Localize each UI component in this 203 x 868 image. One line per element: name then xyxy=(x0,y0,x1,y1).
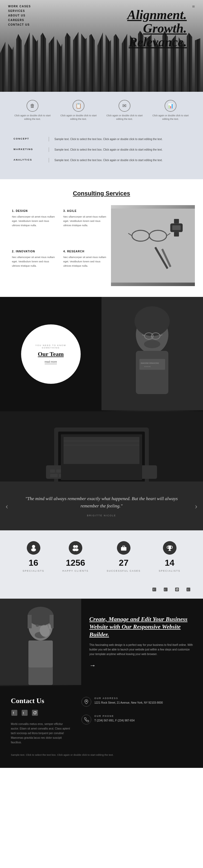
nav-services[interactable]: SERVICES xyxy=(8,9,31,12)
stat-icon-specialists xyxy=(27,541,40,555)
builder-arrow[interactable]: → xyxy=(89,662,195,669)
builder-title: Create, Manage and Edit Your Business We… xyxy=(89,615,195,639)
contact-instagram-icon xyxy=(32,710,38,716)
service-desc-marketing: Sample text. Click to select the text bo… xyxy=(54,147,189,152)
service-label-marketing: MARKETING xyxy=(14,147,43,151)
builder-person-placeholder xyxy=(0,599,81,686)
contact-phone-icon xyxy=(81,715,91,724)
nav-about-us[interactable]: ABOUT US xyxy=(8,14,31,17)
svg-rect-97 xyxy=(11,710,17,716)
contact-phone-label: OUR PHONE xyxy=(95,715,135,717)
stat-happy-clients: 1256 HAPPY CLIENTS xyxy=(62,541,88,572)
hero-line3: Relevance. xyxy=(127,35,187,49)
builder-svg xyxy=(0,599,81,685)
service-row-concept: CONCEPT Sample text. Click to select the… xyxy=(14,137,189,142)
person-icon xyxy=(30,545,37,551)
contact-phone-value: T (234) 567-891, F (234) 987-654 xyxy=(95,718,135,723)
icon-cell-3: ✉ Click again or double click to start e… xyxy=(104,100,144,121)
quote-section: ‹ "The mind will always remember exactly… xyxy=(0,482,203,530)
consulting-item-innovation: 2. INNOVATION Nec ullamcorper sit amet r… xyxy=(8,246,59,286)
svg-rect-101 xyxy=(32,710,38,716)
service-divider-1 xyxy=(49,137,49,142)
contact-address-icon xyxy=(81,697,91,707)
nav-contact-us[interactable]: CONTACT US xyxy=(8,23,31,26)
svg-rect-99 xyxy=(22,710,28,716)
team-small-label: YOU NEED TO KNOW SOMETHING xyxy=(27,344,75,349)
svg-point-63 xyxy=(32,545,35,548)
service-label-concept: CONCEPT xyxy=(14,137,43,140)
consulting-grid: 1. DESIGN Nec ullamcorper sit amet risus… xyxy=(8,205,195,286)
consulting-title: Consulting Services xyxy=(8,190,195,197)
svg-rect-21 xyxy=(139,359,165,370)
quote-arrow-left[interactable]: ‹ xyxy=(5,501,8,511)
contact-facebook[interactable]: f xyxy=(11,709,18,716)
contact-bottom-text: Sample text. Click to select the text bo… xyxy=(11,753,192,757)
social-row: f t t xyxy=(0,583,203,599)
icon-row: 🗑 Click again or double click to start e… xyxy=(0,92,203,129)
icon-clipboard: 📋 xyxy=(73,100,84,112)
quote-text: "The mind will always remember exactly w… xyxy=(23,495,180,509)
contact-twitter-icon: t xyxy=(22,710,28,716)
twitter-icon: t xyxy=(164,588,168,591)
contact-right: OUR ADDRESS 1221 Rock Street, 21 Avenue,… xyxy=(81,697,193,745)
service-row-analytics: ANALYTICS Sample text. Click to select t… xyxy=(14,158,189,162)
stat-number-specialists-2: 14 xyxy=(165,558,175,568)
svg-rect-80 xyxy=(186,588,190,591)
nav-work-cases[interactable]: WORK CASES xyxy=(8,5,31,8)
consulting-item-design-title: 1. DESIGN xyxy=(12,210,56,212)
stat-specialists: 16 SPECIALISTS xyxy=(23,541,44,572)
consulting-svg xyxy=(111,205,195,286)
icon-chart: 📊 xyxy=(164,100,176,112)
social-tumblr[interactable]: t xyxy=(185,586,192,593)
contact-address-content: OUR ADDRESS 1221 Rock Street, 21 Avenue,… xyxy=(95,697,163,705)
consulting-item-agile-desc: Nec ullamcorper sit amet risus nullam eg… xyxy=(64,215,107,227)
social-facebook[interactable]: f xyxy=(151,586,158,593)
contact-twitter[interactable]: t xyxy=(21,709,28,716)
team-person-svg: IMAGINE DRAGONS EVOLVE xyxy=(101,297,203,410)
stat-number-cases: 27 xyxy=(119,558,129,568)
icon-mail: ✉ xyxy=(119,100,130,112)
svg-point-66 xyxy=(75,545,78,548)
contact-instagram[interactable] xyxy=(31,709,39,716)
svg-rect-85 xyxy=(28,615,32,628)
builder-person-image xyxy=(0,599,81,686)
contact-phone-content: OUR PHONE T (234) 567-891, F (234) 987-6… xyxy=(95,715,135,723)
svg-text:IMAGINE DRAGONS: IMAGINE DRAGONS xyxy=(141,362,159,364)
quote-arrow-right[interactable]: › xyxy=(195,501,198,511)
svg-rect-11 xyxy=(174,232,179,237)
social-instagram[interactable] xyxy=(173,586,181,593)
instagram-icon xyxy=(175,588,179,591)
service-row-marketing: MARKETING Sample text. Click to select t… xyxy=(14,147,189,152)
contact-desc: Morbi convallis metus eros, semper effic… xyxy=(11,722,71,745)
services-section: CONCEPT Sample text. Click to select the… xyxy=(0,129,203,179)
service-divider-3 xyxy=(49,158,49,162)
consulting-item-research-desc: Nec ullamcorper sit amet risus nullam eg… xyxy=(64,255,107,268)
nav-careers[interactable]: CAREERS xyxy=(8,19,31,22)
laptop-svg xyxy=(0,411,203,482)
svg-point-29 xyxy=(144,340,160,348)
social-twitter[interactable]: t xyxy=(162,586,170,593)
hamburger-menu[interactable]: ≡ xyxy=(192,4,195,9)
consulting-item-innovation-desc: Nec ullamcorper sit amet risus nullam eg… xyxy=(12,255,56,268)
hero-line1: Alignment. xyxy=(127,8,187,22)
team-circle: YOU NEED TO KNOW SOMETHING Our Team read… xyxy=(21,324,81,384)
stat-icon-clients xyxy=(69,541,82,555)
stat-label-specialists: SPECIALISTS xyxy=(23,569,44,572)
location-icon xyxy=(84,699,89,705)
team-read-more[interactable]: read more xyxy=(45,360,57,364)
consulting-section: Consulting Services 1. DESIGN Nec ullamc… xyxy=(0,179,203,297)
icon-text-2: Click again or double click to start edi… xyxy=(58,114,98,121)
svg-point-87 xyxy=(36,625,39,627)
svg-rect-9 xyxy=(172,225,180,230)
builder-desc: This fascinating web design is a perfect… xyxy=(89,643,195,656)
stat-number-specialists: 16 xyxy=(29,558,39,568)
stat-label-clients: HAPPY CLIENTS xyxy=(62,569,88,572)
hero-section: ≡ Alignment. Growth. Relevance. WORK CAS… xyxy=(0,0,203,92)
svg-point-68 xyxy=(75,549,78,551)
contact-address-label: OUR ADDRESS xyxy=(95,697,163,700)
contact-address-value: 1221 Rock Street, 21 Avenue, New York, N… xyxy=(95,701,163,705)
icon-trash: 🗑 xyxy=(27,100,39,112)
contact-address-block: OUR ADDRESS 1221 Rock Street, 21 Avenue,… xyxy=(81,697,193,707)
consulting-item-research: 4. RESEARCH Nec ullamcorper sit amet ris… xyxy=(59,246,111,286)
stats-section: 16 SPECIALISTS 1256 HAPPY CLIENTS 27 SUC… xyxy=(0,530,203,583)
